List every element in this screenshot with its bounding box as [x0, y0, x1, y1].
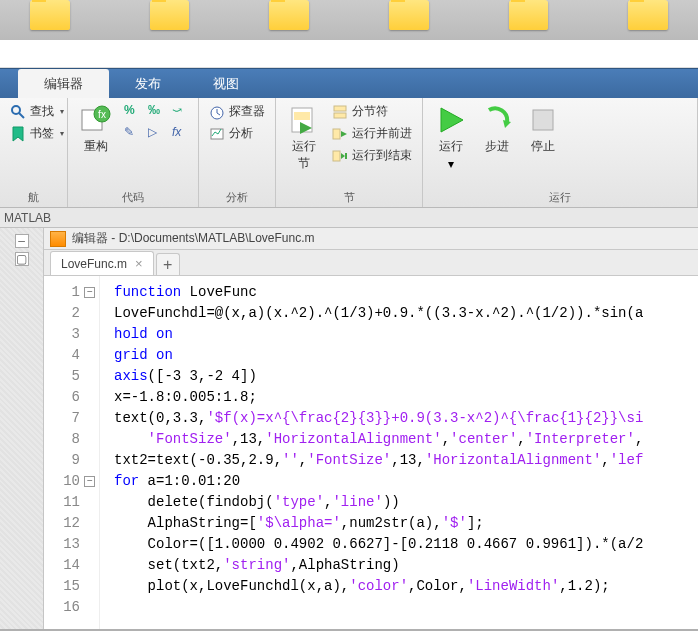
svg-rect-16 — [333, 151, 340, 161]
split-icon — [332, 104, 348, 120]
folder-icon — [509, 0, 549, 30]
profiler-label: 探查器 — [229, 103, 265, 120]
dock-gutter: – ▢ — [0, 228, 44, 629]
run-advance-label: 运行并前进 — [352, 125, 412, 142]
indent-icon: ✎ — [124, 125, 140, 141]
wrap-button[interactable]: ⤻ — [170, 102, 190, 120]
stop-button[interactable]: 停止 — [523, 102, 563, 157]
dock-minimize-button[interactable]: – — [15, 234, 29, 248]
svg-rect-18 — [345, 153, 347, 159]
svg-text:fx: fx — [98, 109, 106, 120]
path-bar: MATLAB — [0, 208, 698, 228]
chevron-down-icon: ▾ — [60, 129, 64, 138]
section-break-label: 分节符 — [352, 103, 388, 120]
tab-publish[interactable]: 发布 — [109, 69, 187, 98]
folder-icon — [389, 0, 429, 30]
fx-button[interactable]: fx — [170, 124, 190, 142]
stop-icon — [527, 104, 559, 136]
chevron-down-icon: ▾ — [60, 107, 64, 116]
uncomment-button[interactable]: ‰ — [146, 102, 166, 120]
svg-marker-15 — [341, 131, 347, 137]
wrap-icon: ⤻ — [172, 103, 188, 119]
line-gutter: 1 −2 3 4 5 6 7 8 9 10 −11 12 13 14 15 16 — [44, 276, 100, 629]
refactor-label: 重构 — [84, 138, 108, 155]
percent-icon: % — [124, 103, 140, 119]
ribbon: 查找▾ 书签▾ 航 fx 重构 % ‰ ⤻ ✎ ▷ fx 代码 — [0, 98, 698, 208]
editor-path: 编辑器 - D:\Documents\MATLAB\LoveFunc.m — [72, 230, 315, 247]
step-icon — [481, 104, 513, 136]
run-section-icon — [288, 104, 320, 136]
comment-button[interactable]: % — [122, 102, 142, 120]
chevron-down-icon: ▾ — [448, 157, 454, 171]
run-to-end-button[interactable]: 运行到结束 — [330, 146, 414, 165]
svg-rect-14 — [333, 129, 340, 139]
analyze-icon — [209, 126, 225, 142]
run-label: 运行 — [439, 138, 463, 155]
close-icon[interactable]: × — [135, 256, 143, 271]
profiler-button[interactable]: 探查器 — [207, 102, 267, 121]
step-label: 步进 — [485, 138, 509, 155]
svg-marker-17 — [341, 153, 345, 159]
svg-marker-19 — [441, 108, 463, 132]
outdent-button[interactable]: ▷ — [146, 124, 166, 142]
group-title-nav: 航 — [8, 188, 59, 205]
run-section-label: 运行 节 — [292, 138, 316, 172]
file-tab-label: LoveFunc.m — [61, 257, 127, 271]
run-button[interactable]: 运行 ▾ — [431, 102, 471, 173]
bookmark-icon — [10, 126, 26, 142]
svg-line-1 — [19, 113, 24, 118]
svg-point-0 — [12, 106, 20, 114]
run-to-end-icon — [332, 148, 348, 164]
bookmark-label: 书签 — [30, 125, 54, 142]
folder-icon — [269, 0, 309, 30]
folder-icon — [150, 0, 190, 30]
clock-icon — [209, 104, 225, 120]
group-title-section: 节 — [284, 188, 414, 205]
editor-main: 编辑器 - D:\Documents\MATLAB\LoveFunc.m Lov… — [44, 228, 698, 629]
run-section-button[interactable]: 运行 节 — [284, 102, 324, 174]
svg-marker-20 — [503, 120, 511, 128]
code-content[interactable]: function LoveFuncLoveFunchdl=@(x,a)(x.^2… — [100, 276, 643, 629]
step-button[interactable]: 步进 — [477, 102, 517, 157]
folder-icon — [30, 0, 70, 30]
ribbon-tabstrip: 编辑器 发布 视图 — [0, 68, 698, 98]
dock-restore-button[interactable]: ▢ — [15, 252, 29, 266]
stop-label: 停止 — [531, 138, 555, 155]
outdent-icon: ▷ — [148, 125, 164, 141]
analyze-button[interactable]: 分析 — [207, 124, 267, 143]
bookmark-button[interactable]: 书签▾ — [8, 124, 66, 143]
find-label: 查找 — [30, 103, 54, 120]
refactor-icon: fx — [80, 104, 112, 136]
file-tab[interactable]: LoveFunc.m × — [50, 251, 154, 275]
refactor-button[interactable]: fx 重构 — [76, 102, 116, 157]
file-tab-bar: LoveFunc.m × + — [44, 250, 698, 276]
indent-button[interactable]: ✎ — [122, 124, 142, 142]
run-to-end-label: 运行到结束 — [352, 147, 412, 164]
play-icon — [435, 104, 467, 136]
svg-rect-8 — [211, 129, 223, 139]
run-advance-button[interactable]: 运行并前进 — [330, 124, 414, 143]
section-break-button[interactable]: 分节符 — [330, 102, 414, 121]
new-tab-button[interactable]: + — [156, 253, 180, 275]
code-area[interactable]: 1 −2 3 4 5 6 7 8 9 10 −11 12 13 14 15 16… — [44, 276, 698, 629]
search-icon — [10, 104, 26, 120]
folder-icon — [628, 0, 668, 30]
tab-view[interactable]: 视图 — [187, 69, 265, 98]
svg-rect-12 — [334, 106, 346, 111]
svg-rect-13 — [334, 113, 346, 118]
find-button[interactable]: 查找▾ — [8, 102, 66, 121]
group-title-code: 代码 — [76, 188, 190, 205]
os-folder-bar — [0, 0, 698, 40]
svg-rect-21 — [533, 110, 553, 130]
run-advance-icon — [332, 126, 348, 142]
editor-file-icon — [50, 231, 66, 247]
analyze-label: 分析 — [229, 125, 253, 142]
svg-rect-10 — [294, 112, 310, 120]
tab-editor[interactable]: 编辑器 — [18, 69, 109, 98]
editor-header: 编辑器 - D:\Documents\MATLAB\LoveFunc.m — [44, 228, 698, 250]
group-title-analyze: 分析 — [207, 188, 267, 205]
group-title-run: 运行 — [431, 188, 689, 205]
permille-icon: ‰ — [148, 103, 164, 119]
editor-wrap: – ▢ 编辑器 - D:\Documents\MATLAB\LoveFunc.m… — [0, 228, 698, 629]
window-titlebar-gap — [0, 40, 698, 68]
